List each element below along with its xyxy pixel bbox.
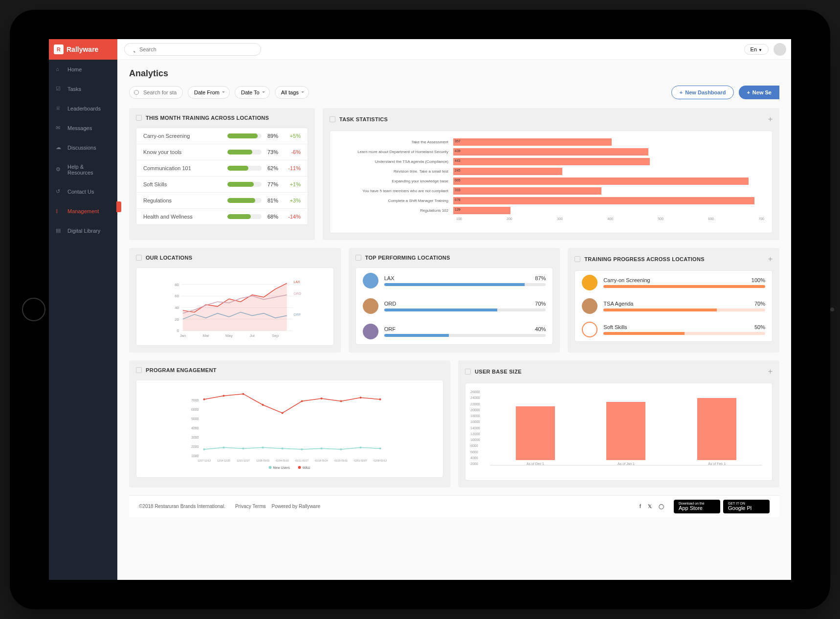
progress-percent: 70% bbox=[754, 301, 765, 307]
add-icon[interactable]: + bbox=[768, 367, 773, 376]
brand-name: Rallyware bbox=[66, 45, 98, 53]
nav-label: Management bbox=[67, 208, 99, 214]
sidebar-item-leaderboards[interactable]: ♕Leaderboards bbox=[49, 99, 117, 118]
bar bbox=[516, 406, 555, 460]
panel-training-month: THIS MONTH TRAINING ACROSS LOCATIONS Car… bbox=[129, 108, 315, 240]
date-to-filter[interactable]: Date To bbox=[235, 86, 270, 99]
sidebar-item-tasks[interactable]: ☑Tasks bbox=[49, 79, 117, 99]
leaderboards-icon: ♕ bbox=[56, 105, 63, 112]
checkbox[interactable] bbox=[330, 116, 335, 122]
svg-text:02/08-02/13: 02/08-02/13 bbox=[374, 459, 387, 462]
task-statistics-chart: Take the Assessment357Learn more about D… bbox=[330, 131, 773, 233]
training-percent: 68% bbox=[267, 214, 284, 220]
new-section-button[interactable]: + New Se bbox=[739, 86, 779, 99]
svg-text:01/18-01/24: 01/18-01/24 bbox=[315, 459, 328, 462]
checkbox[interactable] bbox=[136, 115, 142, 121]
google-play-badge[interactable]: GET IT ONGoogle Pl bbox=[723, 500, 770, 513]
svg-text:6000: 6000 bbox=[191, 408, 199, 411]
sidebar-item-home[interactable]: ⌂Home bbox=[49, 60, 117, 79]
checkbox[interactable] bbox=[355, 255, 361, 261]
svg-text:01/25-01/31: 01/25-01/31 bbox=[334, 459, 348, 462]
progress-percent: 50% bbox=[754, 324, 765, 330]
library-icon: ▤ bbox=[56, 227, 63, 234]
add-icon[interactable]: + bbox=[768, 115, 773, 124]
location-row: ORD70% bbox=[356, 293, 553, 319]
location-avatar bbox=[363, 324, 378, 339]
training-delta: +3% bbox=[284, 198, 301, 203]
training-name: Know your tools bbox=[143, 149, 227, 155]
language-selector[interactable]: En ▼ bbox=[744, 44, 769, 55]
new-dashboard-button[interactable]: + New Dashboard bbox=[671, 86, 734, 99]
sidebar-item-messages[interactable]: ✉Messages bbox=[49, 118, 117, 138]
training-row: Carry-on Screening89%+5% bbox=[136, 128, 308, 144]
panel-engagement: PROGRAM ENGAGEMENT 100020003000400050006… bbox=[129, 360, 450, 487]
location-percent: 40% bbox=[535, 326, 546, 332]
facebook-icon[interactable]: f bbox=[640, 504, 641, 509]
svg-text:02/01-02/07: 02/01-02/07 bbox=[354, 459, 367, 462]
checkbox[interactable] bbox=[575, 256, 580, 262]
nav-label: Digital Library bbox=[67, 228, 100, 234]
twitter-icon[interactable]: 𝕏 bbox=[648, 504, 652, 509]
training-percent: 62% bbox=[267, 165, 284, 171]
svg-text:12/14-12/20: 12/14-12/20 bbox=[217, 459, 230, 462]
brand-logo[interactable]: R Rallyware bbox=[49, 39, 117, 60]
management-icon: ⫿ bbox=[56, 208, 63, 215]
checkbox[interactable] bbox=[136, 367, 142, 373]
progress-icon bbox=[582, 298, 597, 314]
svg-point-29 bbox=[262, 446, 264, 448]
training-percent: 89% bbox=[267, 133, 284, 139]
location-avatar bbox=[363, 298, 378, 314]
progress-icon bbox=[582, 275, 597, 290]
svg-point-45 bbox=[379, 398, 381, 400]
svg-point-38 bbox=[243, 393, 244, 395]
user-base-chart: 2600024000220002000018000160001400012000… bbox=[465, 383, 773, 481]
sidebar: ⌂Home☑Tasks♕Leaderboards✉Messages☁Discus… bbox=[49, 60, 117, 580]
svg-point-35 bbox=[379, 447, 381, 449]
progress-name: Carry-on Screening bbox=[603, 277, 650, 283]
app-store-badge[interactable]: Download on theApp Store bbox=[674, 500, 720, 513]
progress-row: Carry-on Screening100% bbox=[575, 271, 772, 294]
svg-text:01/04-01/10: 01/04-01/10 bbox=[276, 459, 289, 462]
home-icon: ⌂ bbox=[56, 66, 63, 73]
svg-text:Jan: Jan bbox=[180, 333, 186, 338]
add-icon[interactable]: + bbox=[768, 255, 773, 264]
svg-text:20: 20 bbox=[175, 317, 179, 322]
tags-filter[interactable]: All tags bbox=[275, 86, 309, 99]
training-row: Soft Skills77%+1% bbox=[136, 177, 308, 193]
sidebar-item-contact[interactable]: ↺Contact Us bbox=[49, 182, 117, 201]
progress-bar bbox=[227, 166, 262, 171]
training-row: Communication 10162%-11% bbox=[136, 160, 308, 177]
training-name: Health and Wellness bbox=[143, 214, 227, 220]
sidebar-item-management[interactable]: ⫿Management bbox=[49, 201, 117, 221]
sidebar-item-help[interactable]: ⚙Help & Resources bbox=[49, 157, 117, 182]
date-from-filter[interactable]: Date From bbox=[188, 86, 230, 99]
footer-links[interactable]: Privacy Terms bbox=[235, 504, 266, 509]
instagram-icon[interactable]: ◯ bbox=[659, 504, 664, 509]
checkbox[interactable] bbox=[136, 255, 142, 261]
sidebar-item-discussions[interactable]: ☁Discussions bbox=[49, 138, 117, 157]
svg-point-41 bbox=[301, 400, 303, 402]
svg-text:0: 0 bbox=[177, 329, 179, 333]
svg-point-34 bbox=[360, 446, 362, 448]
bar bbox=[606, 402, 645, 460]
sidebar-collapse-button[interactable] bbox=[116, 201, 121, 212]
checkbox[interactable] bbox=[465, 369, 471, 375]
search-input[interactable] bbox=[124, 43, 261, 56]
training-delta: -6% bbox=[284, 149, 301, 155]
panel-training-progress: TRAINING PROGRESS ACROSS LOCATIONS+ Carr… bbox=[568, 248, 779, 353]
page-title: Analytics bbox=[129, 68, 779, 79]
user-avatar[interactable] bbox=[774, 43, 786, 56]
panel-our-locations: OUR LOCATIONS 020406080LAXORDORFJanMarMa… bbox=[129, 248, 341, 353]
progress-bar bbox=[227, 182, 262, 187]
stats-search-input[interactable] bbox=[129, 86, 183, 99]
svg-text:May: May bbox=[225, 333, 233, 338]
svg-text:7000: 7000 bbox=[191, 398, 199, 402]
svg-point-28 bbox=[243, 447, 244, 449]
location-row: ORF40% bbox=[356, 319, 553, 344]
training-name: Regulations bbox=[143, 198, 227, 203]
svg-point-37 bbox=[223, 395, 225, 397]
svg-text:4000: 4000 bbox=[191, 426, 199, 430]
sidebar-item-library[interactable]: ▤Digital Library bbox=[49, 221, 117, 241]
location-avatar bbox=[363, 273, 378, 288]
svg-text:12/21-12/27: 12/21-12/27 bbox=[237, 459, 250, 462]
